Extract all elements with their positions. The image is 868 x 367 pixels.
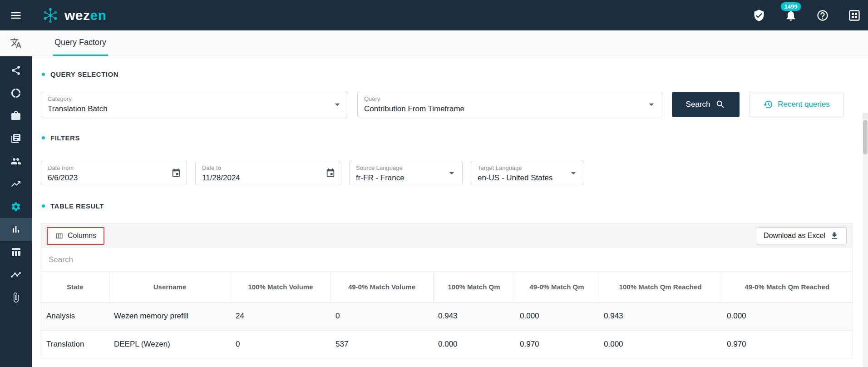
chevron-down-icon — [567, 167, 579, 179]
section-query-selection: QUERY SELECTION — [42, 70, 868, 78]
timeline-icon — [10, 269, 21, 280]
column-header[interactable]: Username — [109, 272, 231, 302]
brand-primary: wez — [64, 8, 90, 23]
download-button-label: Download as Excel — [764, 232, 825, 240]
category-label: Category — [48, 95, 330, 102]
results-table: State Username 100% Match Volume 49-0% M… — [41, 272, 852, 359]
chevron-down-icon — [646, 99, 657, 110]
source-language-label: Source Language — [356, 164, 444, 171]
table-chart-icon — [10, 247, 21, 258]
sidebar-item-timeline[interactable] — [0, 263, 32, 286]
columns-icon — [55, 232, 64, 240]
recent-queries-label: Recent queries — [778, 100, 829, 109]
column-header[interactable]: 100% Match Volume — [231, 272, 330, 302]
recent-queries-button[interactable]: Recent queries — [749, 92, 844, 117]
cell-49-0-match-qm-reached: 0.970 — [722, 330, 852, 358]
date-from-label: Date from — [48, 164, 168, 171]
topbar-actions: 1499 — [753, 9, 868, 22]
category-select[interactable]: Category Translation Batch — [41, 92, 348, 117]
cell-100-match-qm-reached: 0.943 — [599, 302, 722, 330]
bullet-icon — [42, 136, 45, 139]
wezen-logo: wezen — [42, 7, 107, 24]
notifications-button[interactable]: 1499 — [784, 9, 797, 22]
library-icon — [10, 133, 21, 144]
menu-icon — [10, 9, 22, 22]
source-language-value: fr-FR - France — [356, 174, 444, 183]
column-header[interactable]: 49-0% Match Qm Reached — [722, 272, 852, 302]
notifications-badge: 1499 — [781, 2, 801, 11]
apps-grid-icon[interactable] — [848, 9, 861, 22]
column-header[interactable]: 49-0% Match Volume — [330, 272, 433, 302]
chevron-down-icon — [446, 167, 458, 179]
cell-49-0-match-volume: 0 — [330, 302, 433, 330]
search-button-label: Search — [686, 100, 710, 109]
table-row[interactable]: Analysis Wezen memory prefill 24 0 0.943… — [41, 302, 852, 330]
query-selection-row: Category Translation Batch Query Contrib… — [41, 92, 868, 117]
tab-label: Query Factory — [54, 38, 106, 47]
tab-query-factory[interactable]: Query Factory — [53, 30, 108, 56]
cell-100-match-qm: 0.943 — [433, 302, 515, 330]
sidebar-item-data-usage[interactable] — [0, 82, 32, 104]
brand-secondary: en — [90, 8, 107, 23]
date-from-value: 6/6/2023 — [48, 174, 168, 183]
column-header[interactable]: 49-0% Match Qm — [515, 272, 599, 302]
sidebar-item-attachments[interactable] — [0, 286, 32, 309]
vertical-scrollbar[interactable] — [863, 113, 868, 367]
date-to-field[interactable]: Date to 11/28/2024 — [195, 161, 341, 185]
sidebar-item-trends[interactable] — [0, 173, 32, 195]
scroll-up-arrow[interactable] — [863, 113, 868, 119]
scrollbar-thumb[interactable] — [863, 120, 868, 154]
cell-state: Analysis — [41, 302, 109, 330]
target-language-label: Target Language — [478, 164, 566, 171]
sidebar-item-tables[interactable] — [0, 241, 32, 263]
column-header[interactable]: State — [41, 272, 109, 302]
sidebar-item-hub[interactable] — [0, 59, 32, 82]
filters-row: Date from 6/6/2023 Date to 11/28/2024 So… — [41, 161, 868, 185]
source-language-select[interactable]: Source Language fr-FR - France — [349, 161, 463, 185]
search-button[interactable]: Search — [672, 92, 740, 117]
cell-100-match-qm: 0.000 — [433, 330, 515, 358]
bar-chart-icon — [10, 224, 21, 235]
column-header[interactable]: 100% Match Qm — [433, 272, 515, 302]
query-label: Query — [364, 95, 644, 102]
menu-button[interactable] — [0, 9, 32, 22]
chevron-down-icon — [331, 99, 343, 110]
search-icon — [715, 99, 725, 109]
table-header-row: State Username 100% Match Volume 49-0% M… — [41, 272, 852, 302]
data-usage-icon — [10, 88, 21, 99]
shield-check-icon[interactable] — [753, 9, 765, 22]
cell-49-0-match-qm: 0.000 — [515, 302, 599, 330]
help-icon[interactable] — [816, 9, 829, 22]
cell-100-match-volume: 0 — [231, 330, 330, 358]
results-panel: Columns Download as Excel State — [41, 223, 853, 359]
query-value: Contribution From Timeframe — [364, 104, 644, 114]
sidebar-item-library[interactable] — [0, 127, 32, 150]
section-table-result: TABLE RESULT — [42, 202, 868, 210]
translate-button[interactable] — [0, 30, 32, 56]
date-to-value: 11/28/2024 — [202, 174, 323, 183]
columns-button[interactable]: Columns — [47, 227, 104, 245]
cell-100-match-volume: 24 — [231, 302, 330, 330]
query-select[interactable]: Query Contribution From Timeframe — [357, 92, 662, 117]
content-area: QUERY SELECTION Category Translation Bat… — [32, 56, 868, 367]
table-search-row — [41, 248, 852, 272]
table-search-input[interactable] — [49, 255, 845, 264]
table-row[interactable]: Translation DEEPL (Wezen) 0 537 0.000 0.… — [41, 330, 852, 358]
calendar-icon[interactable] — [326, 168, 335, 178]
download-excel-button[interactable]: Download as Excel — [756, 227, 847, 244]
cell-49-0-match-qm: 0.970 — [515, 330, 599, 358]
sidebar-item-projects[interactable] — [0, 104, 32, 127]
target-language-select[interactable]: Target Language en-US - United States — [471, 161, 584, 185]
sidebar-item-reports[interactable] — [0, 218, 32, 241]
cell-username: Wezen memory prefill — [109, 302, 231, 330]
sidebar-item-users[interactable] — [0, 150, 32, 173]
calendar-icon[interactable] — [171, 168, 181, 178]
date-from-field[interactable]: Date from 6/6/2023 — [41, 161, 187, 185]
cell-100-match-qm-reached: 0.000 — [599, 330, 722, 358]
gear-icon — [10, 201, 21, 212]
sidebar-item-settings[interactable] — [0, 195, 32, 218]
column-header[interactable]: 100% Match Qm Reached — [599, 272, 722, 302]
section-title-text: QUERY SELECTION — [50, 70, 118, 78]
wezen-logo-icon — [42, 7, 59, 24]
section-filters: FILTERS — [42, 134, 868, 142]
